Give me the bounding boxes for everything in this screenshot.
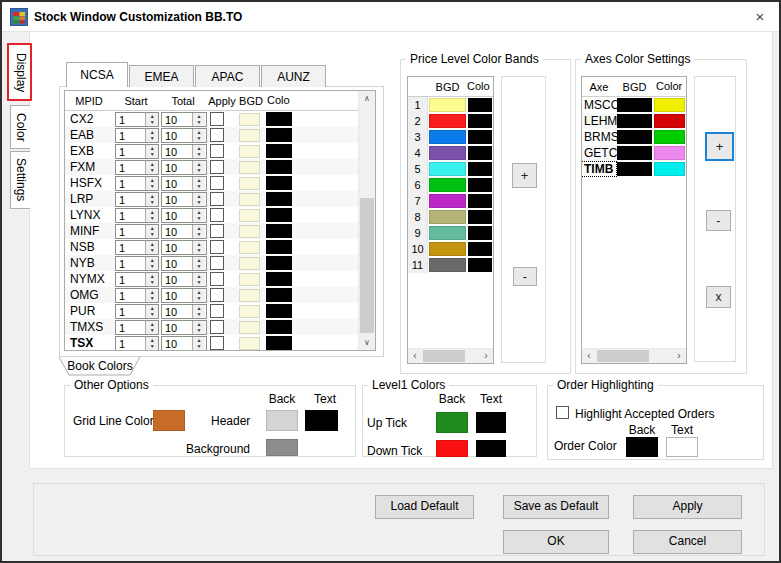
start-spinner[interactable]: 1▲▼	[115, 320, 159, 335]
scroll-up-icon[interactable]: ∧	[359, 91, 375, 106]
spinner-down-icon[interactable]: ▼	[193, 327, 205, 334]
spinner-down-icon[interactable]: ▼	[146, 135, 158, 142]
bgd-swatch[interactable]	[239, 225, 260, 238]
band-color-swatch[interactable]	[468, 194, 492, 208]
spinner-down-icon[interactable]: ▼	[146, 327, 158, 334]
spinner-down-icon[interactable]: ▼	[193, 247, 205, 254]
tab-apac[interactable]: APAC	[195, 65, 260, 87]
apply-checkbox[interactable]	[210, 320, 224, 334]
close-icon[interactable]: ×	[746, 7, 774, 28]
band-bgd-swatch[interactable]	[429, 130, 466, 144]
apply-checkbox[interactable]	[210, 288, 224, 302]
spinner-down-icon[interactable]: ▼	[146, 215, 158, 222]
band-color-swatch[interactable]	[468, 146, 492, 160]
spinner-down-icon[interactable]: ▼	[193, 151, 205, 158]
scroll-down-icon[interactable]: ∨	[359, 335, 375, 350]
spinner-down-icon[interactable]: ▼	[193, 295, 205, 302]
color-swatch[interactable]	[266, 192, 292, 206]
highlight-accepted-orders-checkbox[interactable]	[556, 406, 569, 419]
bgd-swatch[interactable]	[239, 241, 260, 254]
spinner-down-icon[interactable]: ▼	[146, 247, 158, 254]
bgd-swatch[interactable]	[239, 177, 260, 190]
tab-display[interactable]: Display	[8, 44, 32, 101]
spinner-down-icon[interactable]: ▼	[146, 151, 158, 158]
color-swatch[interactable]	[266, 240, 292, 254]
start-spinner[interactable]: 1▲▼	[115, 304, 159, 319]
start-spinner[interactable]: 1▲▼	[115, 176, 159, 191]
apply-checkbox[interactable]	[210, 224, 224, 238]
band-bgd-swatch[interactable]	[429, 258, 466, 272]
load-default-button[interactable]: Load Default	[375, 495, 474, 519]
apply-checkbox[interactable]	[210, 336, 224, 350]
axe-bgd-swatch[interactable]	[617, 130, 652, 144]
scroll-right-icon[interactable]: ›	[672, 349, 686, 363]
spinner-down-icon[interactable]: ▼	[193, 135, 205, 142]
tab-color[interactable]: Color	[10, 105, 30, 149]
spinner-down-icon[interactable]: ▼	[193, 231, 205, 238]
start-spinner[interactable]: 1▲▼	[115, 256, 159, 271]
bgd-swatch[interactable]	[239, 193, 260, 206]
total-spinner[interactable]: 10▲▼	[161, 192, 207, 207]
band-bgd-swatch[interactable]	[429, 226, 466, 240]
band-color-swatch[interactable]	[468, 114, 492, 128]
apply-checkbox[interactable]	[210, 208, 224, 222]
color-swatch[interactable]	[266, 160, 292, 174]
band-color-swatch[interactable]	[468, 98, 492, 112]
band-color-swatch[interactable]	[468, 162, 492, 176]
start-spinner[interactable]: 1▲▼	[115, 272, 159, 287]
tab-aunz[interactable]: AUNZ	[261, 65, 326, 87]
band-bgd-swatch[interactable]	[429, 178, 466, 192]
total-spinner[interactable]: 10▲▼	[161, 176, 207, 191]
color-swatch[interactable]	[266, 320, 292, 334]
band-bgd-swatch[interactable]	[429, 146, 466, 160]
apply-checkbox[interactable]	[210, 128, 224, 142]
tab-emea[interactable]: EMEA	[129, 65, 194, 87]
band-color-swatch[interactable]	[468, 130, 492, 144]
color-swatch[interactable]	[266, 288, 292, 302]
color-swatch[interactable]	[266, 272, 292, 286]
cancel-button[interactable]: Cancel	[633, 530, 742, 554]
color-swatch[interactable]	[266, 224, 292, 238]
delete-axe-button[interactable]: x	[706, 286, 731, 308]
scroll-left-icon[interactable]: ‹	[582, 349, 596, 363]
band-bgd-swatch[interactable]	[429, 242, 466, 256]
total-spinner[interactable]: 10▲▼	[161, 160, 207, 175]
band-bgd-swatch[interactable]	[429, 194, 466, 208]
spinner-down-icon[interactable]: ▼	[193, 343, 205, 350]
bgd-swatch[interactable]	[239, 145, 260, 158]
band-bgd-swatch[interactable]	[429, 114, 466, 128]
tab-book-colors[interactable]: Book Colors	[62, 359, 138, 373]
save-as-default-button[interactable]: Save as Default	[503, 495, 609, 519]
axe-color-swatch[interactable]	[654, 98, 685, 112]
band-color-swatch[interactable]	[468, 258, 492, 272]
total-spinner[interactable]: 10▲▼	[161, 128, 207, 143]
bgd-swatch[interactable]	[239, 129, 260, 142]
apply-checkbox[interactable]	[210, 304, 224, 318]
spinner-down-icon[interactable]: ▼	[146, 311, 158, 318]
total-spinner[interactable]: 10▲▼	[161, 336, 207, 351]
bgd-swatch[interactable]	[239, 257, 260, 270]
total-spinner[interactable]: 10▲▼	[161, 112, 207, 127]
spinner-down-icon[interactable]: ▼	[193, 199, 205, 206]
total-spinner[interactable]: 10▲▼	[161, 272, 207, 287]
band-bgd-swatch[interactable]	[429, 98, 466, 112]
spinner-down-icon[interactable]: ▼	[146, 167, 158, 174]
start-spinner[interactable]: 1▲▼	[115, 192, 159, 207]
band-color-swatch[interactable]	[468, 178, 492, 192]
spinner-down-icon[interactable]: ▼	[146, 119, 158, 126]
color-swatch[interactable]	[266, 256, 292, 270]
spinner-down-icon[interactable]: ▼	[193, 119, 205, 126]
start-spinner[interactable]: 1▲▼	[115, 160, 159, 175]
apply-checkbox[interactable]	[210, 192, 224, 206]
start-spinner[interactable]: 1▲▼	[115, 112, 159, 127]
apply-checkbox[interactable]	[210, 144, 224, 158]
up-tick-back-swatch[interactable]	[436, 412, 468, 433]
background-swatch[interactable]	[266, 439, 298, 456]
order-text-swatch[interactable]	[666, 437, 698, 457]
spinner-down-icon[interactable]: ▼	[146, 183, 158, 190]
color-swatch[interactable]	[266, 144, 292, 158]
bgd-swatch[interactable]	[239, 209, 260, 222]
color-swatch[interactable]	[266, 112, 292, 126]
apply-checkbox[interactable]	[210, 176, 224, 190]
start-spinner[interactable]: 1▲▼	[115, 208, 159, 223]
